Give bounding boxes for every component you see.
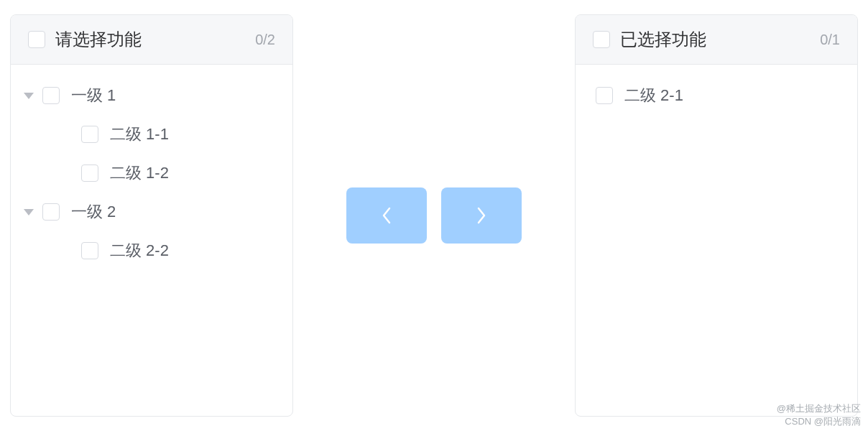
tree-node-label: 二级 1-2 — [110, 162, 169, 184]
tree-node-checkbox[interactable] — [81, 126, 98, 143]
tree-node-label: 二级 2-2 — [110, 240, 169, 261]
tree-node-label: 一级 2 — [71, 201, 116, 223]
move-right-button[interactable] — [441, 187, 522, 244]
chevron-right-icon — [475, 205, 488, 226]
tree-node-checkbox[interactable] — [81, 242, 98, 259]
tree-node-label: 二级 1-1 — [110, 124, 169, 145]
target-panel-count: 0/1 — [820, 32, 840, 48]
caret-down-icon[interactable] — [24, 209, 34, 216]
list-item-checkbox[interactable] — [596, 87, 613, 104]
list-item-label: 二级 2-1 — [624, 85, 683, 106]
tree-node[interactable]: 一级 1 — [19, 76, 284, 115]
tree-node-label: 一级 1 — [71, 85, 116, 106]
source-panel-title: 请选择功能 — [55, 28, 255, 51]
move-left-button[interactable] — [346, 187, 427, 244]
target-panel-header: 已选择功能 0/1 — [576, 15, 857, 65]
tree-node[interactable]: 二级 1-2 — [19, 154, 284, 193]
list-item[interactable]: 二级 2-1 — [584, 76, 849, 115]
target-panel-title: 已选择功能 — [620, 28, 820, 51]
chevron-left-icon — [380, 205, 393, 226]
tree-node-checkbox[interactable] — [81, 164, 98, 182]
tree-node[interactable]: 一级 2 — [19, 193, 284, 231]
source-panel-body: 一级 1二级 1-1二级 1-2一级 2二级 2-2 — [11, 65, 292, 416]
source-panel-header: 请选择功能 0/2 — [11, 15, 292, 65]
source-select-all-checkbox[interactable] — [28, 31, 45, 48]
tree-node-checkbox[interactable] — [42, 203, 60, 221]
target-select-all-checkbox[interactable] — [593, 31, 610, 48]
tree-node[interactable]: 二级 2-2 — [19, 231, 284, 270]
transfer-buttons-group — [293, 187, 575, 244]
source-panel: 请选择功能 0/2 一级 1二级 1-1二级 1-2一级 2二级 2-2 — [10, 14, 293, 417]
transfer-container: 请选择功能 0/2 一级 1二级 1-1二级 1-2一级 2二级 2-2 已选择… — [0, 0, 868, 431]
target-panel-body: 二级 2-1 — [576, 65, 857, 416]
tree-node-checkbox[interactable] — [42, 87, 60, 104]
target-panel: 已选择功能 0/1 二级 2-1 — [575, 14, 858, 417]
tree-node[interactable]: 二级 1-1 — [19, 115, 284, 154]
caret-down-icon[interactable] — [24, 93, 34, 99]
source-panel-count: 0/2 — [255, 32, 275, 48]
